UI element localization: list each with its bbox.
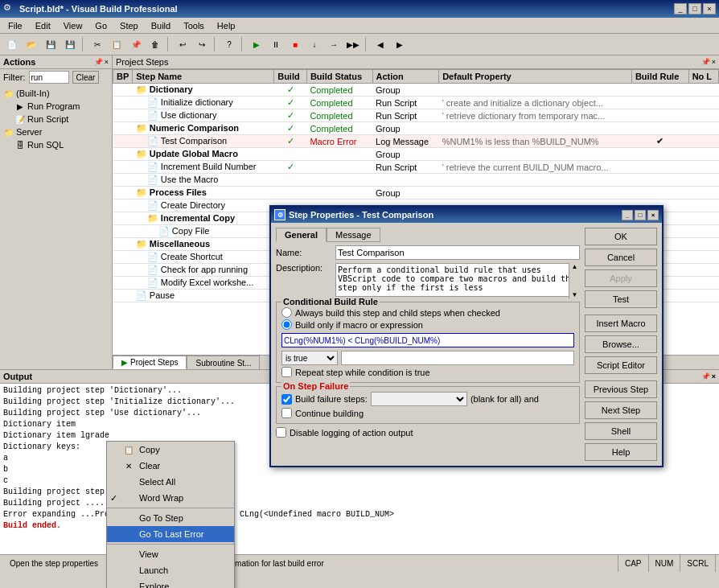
on-failure-group: On Step Failure Build failure steps: (bl…: [276, 386, 580, 424]
dialog-close[interactable]: ×: [647, 210, 659, 220]
next-step-button[interactable]: Next Step: [585, 401, 657, 419]
ctx-goto-step-label: Go To Step: [139, 513, 183, 523]
blank-for-all: (blank for all) and: [470, 394, 539, 404]
dialog-tabs: General Message: [276, 228, 580, 242]
tab-general[interactable]: General: [276, 228, 327, 242]
radio-always-build-label: Always build this step and child steps w…: [295, 308, 500, 318]
ctx-clear[interactable]: ✕ Clear: [107, 458, 234, 474]
shell-button[interactable]: Shell: [585, 422, 657, 440]
ctx-view[interactable]: View: [107, 546, 234, 562]
continue-label: Continue building: [295, 409, 364, 418]
step-properties-dialog: ⚙ Step Properties - Test Comparison _ □ …: [269, 205, 664, 467]
tab-message[interactable]: Message: [327, 228, 380, 242]
continue-row: Continue building: [281, 408, 574, 418]
ctx-goto-last-error-label: Go To Last Error: [139, 529, 204, 539]
insert-macro-button[interactable]: Insert Macro: [585, 315, 657, 332]
ctx-launch-label: Launch: [139, 565, 168, 575]
radio-build-if-label: Build only if macro or expression: [295, 320, 423, 330]
dialog-body: General Message Name: Description: Perfo…: [271, 223, 662, 466]
ctx-word-wrap[interactable]: ✓ Word Wrap: [107, 490, 234, 506]
radio-build-if-input[interactable]: [281, 319, 292, 330]
ok-button[interactable]: OK: [585, 228, 657, 245]
build-failure-row: Build failure steps: (blank for all) and: [281, 392, 574, 406]
conditional-build-rule-title: Conditional Build Rule: [281, 297, 380, 306]
name-label: Name:: [276, 248, 332, 257]
goto-step-icon: [123, 512, 134, 524]
repeat-label: Repeat step while condition is true: [295, 368, 430, 377]
dialog-buttons: OK Cancel Apply Test Insert Macro Browse…: [585, 228, 657, 461]
previous-step-button[interactable]: Previous Step: [585, 380, 657, 398]
description-label: Description:: [276, 263, 332, 273]
ctx-explore-label: Explore: [139, 582, 169, 588]
disable-logging-label: Disable logging of action output: [290, 428, 413, 438]
name-input[interactable]: [335, 245, 580, 260]
name-row: Name:: [276, 245, 580, 260]
desc-scroll-down[interactable]: ▼: [572, 291, 578, 298]
dialog-left: General Message Name: Description: Perfo…: [276, 228, 580, 461]
repeat-check-row: Repeat step while condition is true: [281, 367, 574, 377]
disable-logging-row: Disable logging of action output: [276, 427, 580, 438]
copy-icon: 📋: [123, 444, 134, 455]
clear-icon: ✕: [123, 460, 134, 471]
build-failure-select[interactable]: [371, 392, 467, 406]
repeat-checkbox[interactable]: [281, 367, 292, 377]
view-icon: [123, 549, 134, 560]
word-wrap-check: ✓: [110, 493, 117, 504]
ctx-select-all[interactable]: Select All: [107, 474, 234, 490]
dialog-title-bar: ⚙ Step Properties - Test Comparison _ □ …: [271, 207, 662, 223]
help-button[interactable]: Help: [585, 443, 657, 461]
description-input[interactable]: Perform a conditional build rule that us…: [335, 263, 580, 297]
word-wrap-icon: [123, 492, 134, 504]
build-failure-label: Build failure steps:: [295, 394, 368, 404]
explore-icon: [123, 581, 134, 588]
ctx-clear-label: Clear: [139, 461, 160, 471]
ctx-select-all-label: Select All: [139, 477, 175, 487]
radio-always-build: Always build this step and child steps w…: [281, 307, 574, 318]
ctx-sep-2: [107, 544, 234, 545]
context-menu: 📋 Copy ✕ Clear Select All ✓ Word Wrap Go…: [106, 441, 235, 588]
dialog-minimize[interactable]: _: [622, 210, 633, 220]
dialog-icon: ⚙: [274, 209, 286, 220]
ctx-goto-last-error[interactable]: Go To Last Error: [107, 526, 234, 542]
ctx-word-wrap-label: Word Wrap: [139, 493, 183, 503]
is-true-row: is true: [281, 351, 574, 365]
ctx-launch[interactable]: Launch: [107, 562, 234, 578]
ctx-copy-label: Copy: [139, 445, 160, 454]
on-failure-title: On Step Failure: [281, 381, 350, 391]
dialog-title-buttons: _ □ ×: [622, 210, 659, 220]
test-button[interactable]: Test: [585, 290, 657, 308]
select-all-icon: [123, 476, 134, 487]
dialog-title-text: Step Properties - Test Comparison: [289, 210, 433, 220]
launch-icon: [123, 565, 134, 576]
dialog-maximize[interactable]: □: [635, 210, 646, 220]
build-failure-checkbox[interactable]: [281, 394, 292, 405]
script-editor-button[interactable]: Script Editor: [585, 356, 657, 374]
continue-checkbox[interactable]: [281, 408, 292, 418]
ctx-view-label: View: [139, 549, 158, 559]
is-true-select[interactable]: is true: [281, 351, 338, 365]
radio-build-if: Build only if macro or expression: [281, 319, 574, 330]
ctx-explore[interactable]: Explore: [107, 578, 234, 588]
desc-scroll-up[interactable]: ▲: [572, 263, 578, 270]
ctx-sep-1: [107, 508, 234, 508]
expression-input[interactable]: [281, 333, 574, 347]
modal-overlay: ⚙ Step Properties - Test Comparison _ □ …: [0, 0, 719, 588]
disable-logging-checkbox[interactable]: [276, 427, 286, 438]
ctx-goto-step[interactable]: Go To Step: [107, 510, 234, 526]
goto-error-icon: [123, 528, 134, 540]
apply-button[interactable]: Apply: [585, 269, 657, 287]
description-row: Description: Perform a conditional build…: [276, 263, 580, 298]
cancel-button[interactable]: Cancel: [585, 249, 657, 266]
ctx-copy[interactable]: 📋 Copy: [107, 442, 234, 458]
is-true-input[interactable]: [341, 351, 574, 365]
radio-always-build-input[interactable]: [281, 307, 292, 318]
conditional-build-rule-group: Conditional Build Rule Always build this…: [276, 302, 580, 383]
browse-button[interactable]: Browse...: [585, 335, 657, 353]
